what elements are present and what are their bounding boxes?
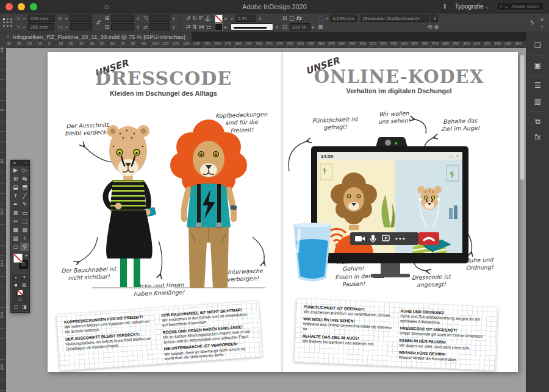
video-call-monitor[interactable]: 14:50 – □ × (310, 136, 475, 279)
cc-libraries-panel-icon[interactable]: ▣ (529, 59, 547, 72)
water-glass[interactable] (291, 223, 334, 285)
screen-mode-preview-button[interactable]: ◨ (21, 304, 29, 310)
left-rules-paper[interactable]: KOPFBEDECKUNGEN FÜR DIE FREIZEIT!Wir neh… (56, 301, 262, 371)
fill-color-swatch[interactable] (215, 23, 223, 31)
pen-tool[interactable]: ✒ (11, 200, 20, 208)
shear-angle-field[interactable] (149, 23, 170, 30)
corner-radius-field[interactable]: 4,233 mm (330, 15, 357, 22)
effects-button[interactable]: ⊡ (282, 15, 287, 22)
stroke-panel-icon[interactable]: ☰ (529, 79, 547, 92)
height-field[interactable] (70, 23, 92, 30)
corner-options-button[interactable]: ▢ (289, 15, 295, 22)
free-transform-tool[interactable]: ⬚ (20, 217, 29, 226)
object-style-menu[interactable]: ∨ (431, 15, 438, 22)
page-left-dresscode[interactable]: UNSER DRESSCODE Kleiden im Dschungel des… (48, 52, 282, 372)
page-tool[interactable]: ⊞ (11, 174, 20, 183)
tools-close-icon[interactable]: ✕ (13, 160, 16, 166)
window-minimize-icon[interactable]: – (444, 154, 447, 159)
frame-tool[interactable]: ⊠ (11, 208, 20, 217)
reference-point-proxy[interactable] (2, 18, 13, 28)
dresscode-illustration[interactable] (81, 119, 282, 293)
width-field[interactable] (70, 15, 92, 22)
ann-puenktlich[interactable]: Pünktlichkeit ist gefragt! (306, 115, 365, 132)
direct-selection-tool[interactable]: ▷ (20, 166, 29, 174)
line-tool[interactable]: ╱ (20, 191, 29, 200)
view-options-button[interactable]: ⌸ (12, 296, 28, 303)
apply-color-button[interactable]: ■ (12, 282, 20, 288)
formatting-text-button[interactable]: T (21, 274, 29, 281)
pencil-tool[interactable]: ✎ (20, 200, 29, 208)
quick-apply-icon[interactable]: ϟ (531, 20, 534, 26)
selection-tool[interactable]: ▶ (11, 166, 20, 174)
minimize-window-button[interactable] (18, 3, 25, 10)
x-position-field[interactable]: 439 mm (28, 15, 55, 22)
right-rules-paper[interactable]: PÜNKTLICHKEIT IST GEFRAGT!Wir erscheinen… (294, 299, 498, 371)
more-options-icon[interactable] (395, 238, 404, 240)
zoom-window-button[interactable] (30, 3, 37, 10)
scissors-tool[interactable]: ✂ (11, 217, 20, 226)
eyedropper-tool[interactable]: ✧ (20, 234, 29, 243)
clear-overrides-icon[interactable]: ⟲ (428, 23, 432, 30)
content-collector-tool[interactable]: ⬓ (11, 183, 20, 191)
rotation-angle-field[interactable] (149, 15, 170, 22)
content-placer-tool[interactable]: ⬒ (20, 183, 29, 191)
settings-gear-icon[interactable]: ✳ (540, 17, 544, 23)
effects-panel-icon[interactable]: fx (529, 130, 547, 144)
align-center-button[interactable]: ⋈ (199, 23, 204, 30)
close-window-button[interactable] (5, 3, 13, 10)
drop-shadow-button[interactable]: ⊠ (318, 23, 323, 30)
type-tool[interactable]: T (11, 191, 20, 200)
corner-shape-icon[interactable]: ⬚ (318, 15, 324, 22)
gradient-panel-icon[interactable]: ▥ (529, 94, 547, 108)
right-title[interactable]: ONLINE-KODEX (298, 66, 500, 87)
stroke-type-select[interactable] (231, 23, 273, 30)
gap-tool[interactable]: ↹ (20, 174, 29, 183)
object-style-select[interactable]: [Einfacher Grafikrahmen]+ (361, 15, 429, 22)
hand-tool[interactable]: ☖ (11, 243, 20, 251)
tools-drag-handle[interactable]: ∷ (25, 160, 27, 166)
fill-swatch[interactable] (13, 254, 23, 263)
stroke-weight-select[interactable]: 2 Pt (235, 15, 256, 22)
gradient-tool[interactable]: ▩ (11, 226, 20, 234)
vertical-scrollbar-thumb[interactable] (520, 55, 524, 180)
share-icon[interactable]: ⇪ (442, 2, 448, 10)
home-icon[interactable]: ⌂ (104, 2, 109, 10)
constrain-proportions-icon[interactable]: 🖇 (96, 19, 101, 26)
opacity-field[interactable]: 100 % (290, 23, 310, 30)
apply-gradient-button[interactable]: ▥ (21, 282, 29, 288)
horizontal-ruler[interactable]: 4030201001020304050607080901001101201301… (6, 41, 526, 48)
document-tab[interactable]: × Infografiken_RZ_Fbettina_20_11_20.indd… (0, 32, 192, 41)
window-close-icon[interactable]: × (456, 154, 459, 159)
rotate-ccw-button[interactable]: ↺ (186, 15, 191, 22)
panel-menu-icon[interactable]: ≡ (541, 24, 544, 29)
y-position-field[interactable]: 265 mm (27, 23, 54, 30)
gradient-feather-tool[interactable]: ▨ (20, 226, 29, 234)
right-subtitle[interactable]: Verhalten im digitalen Dschungel (298, 87, 500, 94)
screen-mode-normal-button[interactable]: ▢ (12, 304, 20, 310)
flip-vertical-button[interactable]: ⇅ (192, 23, 197, 30)
stroke-color-swatch[interactable] (215, 15, 223, 23)
swap-fill-stroke-icon[interactable]: ⇄ (25, 253, 28, 257)
ann-ziel[interactable]: Behalte das Ziel im Auge! (434, 117, 487, 134)
distribute-button[interactable]: ⚏ (206, 23, 211, 30)
scale-x-field[interactable] (111, 15, 134, 22)
scale-y-field[interactable] (111, 23, 134, 30)
new-style-icon[interactable]: ⊕ (434, 23, 439, 30)
stock-search-input[interactable] (510, 3, 543, 10)
workspace-switcher[interactable]: Typografie ⌄ (455, 3, 489, 10)
links-panel-icon[interactable]: ⧉ (529, 115, 547, 128)
select-container-button[interactable]: ⚓ (204, 15, 211, 22)
stock-search[interactable]: ⌕⌄ (497, 2, 544, 11)
apply-none-button[interactable] (12, 289, 28, 296)
tab-close-icon[interactable]: × (6, 34, 9, 40)
page-right-online-kodex[interactable]: UNSER ONLINE-KODEX Verhalten im digitale… (282, 52, 518, 372)
rotate-cw-button[interactable]: ↻ (192, 15, 197, 22)
pages-panel-icon[interactable]: ❏ (529, 38, 547, 52)
fx-icon[interactable]: fx (296, 15, 301, 21)
rectangle-tool[interactable]: ▭ (20, 208, 29, 217)
left-title[interactable]: DRESSCODE (72, 68, 255, 89)
left-subtitle[interactable]: Kleiden im Dschungel des Alltags (72, 90, 255, 97)
flip-horizontal-button[interactable]: ⇄ (186, 23, 191, 30)
vertical-ruler[interactable]: 050100150200250300 (0, 48, 6, 392)
zoom-tool[interactable]: ⚲ (20, 243, 29, 251)
